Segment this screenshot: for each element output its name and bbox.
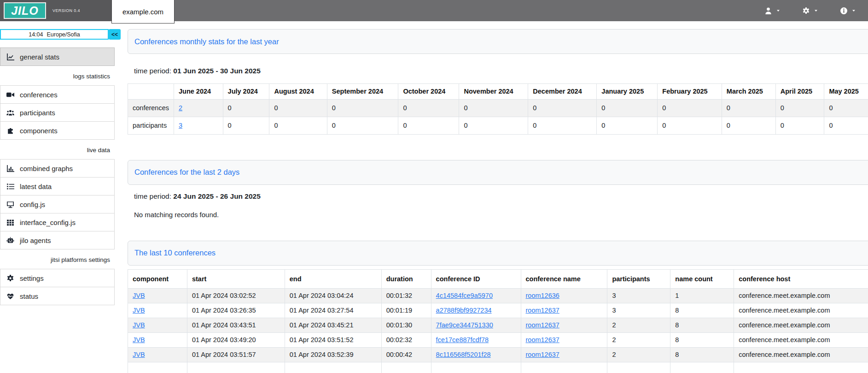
stat-link[interactable]: 2 [179, 104, 182, 112]
conference-link[interactable]: JVB [133, 336, 145, 343]
table-header-row: June 2024July 2024August 2024September 2… [128, 84, 868, 100]
sidebar-item-latest-data[interactable]: latest data [0, 177, 115, 195]
robot-icon [6, 237, 15, 244]
conference-link[interactable]: JVB [133, 321, 145, 329]
sidebar-menu: general statslogs statisticsconferencesp… [0, 47, 121, 305]
sidebar-item-label: components [20, 127, 58, 135]
conference-cell-duration: 00:01:19 [381, 303, 431, 318]
conference-link[interactable]: 8c116568f5201f28 [436, 351, 491, 358]
conference-cell-end: 01 Apr 2024 03:45:21 [285, 318, 381, 333]
stat-cell: 0 [269, 99, 327, 117]
conference-cell-empty [431, 362, 521, 373]
conference-link[interactable]: 4c14584fce9a5970 [436, 292, 493, 299]
stat-cell: 0 [658, 117, 722, 134]
info-menu-button[interactable] [840, 7, 856, 15]
month-column-header: June 2024 [174, 84, 223, 100]
settings-menu-button[interactable] [802, 7, 818, 15]
time-period-label: time period: [134, 67, 171, 75]
column-header-end: end [285, 269, 381, 289]
user-icon [764, 7, 772, 15]
conference-cell-name-count: 8 [670, 303, 734, 318]
conference-cell-conference-id: a2788f9bf9927234 [431, 303, 521, 318]
stat-cell: 0 [824, 117, 868, 134]
sidebar-item-label: general stats [20, 53, 59, 61]
conference-cell-duration: 00:01:32 [381, 289, 431, 303]
stat-cell: 0 [824, 99, 868, 117]
sidebar-item-conferences[interactable]: conferences [0, 85, 115, 104]
conference-cell-component: JVB [128, 318, 187, 333]
no-records-message: No matching records found. [134, 211, 868, 219]
conference-link[interactable]: room12637 [526, 336, 559, 343]
conference-link[interactable]: room12636 [526, 292, 559, 299]
month-column-header: February 2025 [658, 84, 722, 100]
sidebar-item-jilo-agents[interactable]: jilo agents [0, 231, 115, 249]
conference-cell-empty [285, 362, 381, 373]
sidebar-item-label: latest data [20, 183, 52, 190]
sidebar-item-general-stats[interactable]: general stats [0, 47, 115, 66]
stat-cell: 0 [722, 99, 775, 117]
stat-link[interactable]: 3 [179, 122, 182, 129]
conference-cell-participants: 2 [607, 332, 670, 347]
conference-cell-conference-host: conference.meet.example.com [734, 347, 868, 362]
conference-cell-conference-id: 7fae9ce344751330 [431, 318, 521, 333]
sidebar-section-jitsi-platforms-settings: jitsi platforms settings [0, 256, 115, 263]
conference-row: JVB01 Apr 2024 03:43:5101 Apr 2024 03:45… [128, 318, 868, 333]
sidebar-menu-group: general stats [0, 47, 115, 66]
conference-link[interactable]: room12637 [526, 307, 559, 314]
sidebar-collapse-button[interactable]: << [109, 29, 121, 40]
conference-link[interactable]: JVB [133, 351, 145, 358]
conference-link[interactable]: room12637 [526, 321, 559, 329]
conference-row: JVB01 Apr 2024 03:49:2001 Apr 2024 03:51… [128, 332, 868, 347]
sidebar-item-combined-graphs[interactable]: combined graphs [0, 159, 115, 178]
row-label: participants [128, 117, 174, 134]
conference-link[interactable]: JVB [133, 292, 145, 299]
sidebar-item-participants[interactable]: participants [0, 103, 115, 122]
stat-cell: 0 [398, 117, 459, 134]
conference-cell-conference-id: 4c14584fce9a5970 [431, 289, 521, 303]
sidebar-item-config-js[interactable]: config.js [0, 195, 115, 213]
month-column-header: October 2024 [398, 84, 459, 100]
sidebar-section-logs-statistics: logs statistics [0, 73, 115, 80]
conference-link[interactable]: JVB [133, 307, 145, 314]
conference-cell-conference-name: room12637 [521, 303, 607, 318]
user-menu-button[interactable] [764, 7, 781, 15]
sidebar-section-live-data: live data [0, 147, 115, 154]
table-row-participants: participants3000000000000 [128, 117, 868, 134]
conference-cell-duration: 00:02:32 [381, 332, 431, 347]
sidebar-menu-group: settingsstatus [0, 269, 115, 305]
info-icon [840, 7, 848, 15]
conference-cell-conference-name: room12637 [521, 347, 607, 362]
stat-cell: 0 [528, 99, 597, 117]
conference-cell-empty [607, 362, 670, 373]
sidebar-item-interface-config-js[interactable]: interface_config.js [0, 213, 115, 231]
month-column-header: November 2024 [459, 84, 528, 100]
last-2-days-title: Conferences for the last 2 days [134, 168, 239, 177]
conference-cell-start: 01 Apr 2024 03:02:52 [187, 289, 285, 303]
caret-down-icon [814, 8, 818, 13]
last-conferences-table: componentstartenddurationconference IDco… [128, 269, 868, 373]
stat-cell: 0 [327, 99, 398, 117]
conference-cell-conference-host: conference.meet.example.com [734, 332, 868, 347]
main-content: Conferences monthly stats for the last y… [128, 21, 868, 373]
conference-link[interactable]: a2788f9bf9927234 [436, 307, 492, 314]
caret-down-icon [851, 8, 856, 13]
month-column-header: May 2025 [824, 84, 868, 100]
card-monthly-stats: Conferences monthly stats for the last y… [128, 29, 868, 54]
last-10-conferences-title: The last 10 conferences [134, 249, 216, 257]
sidebar-item-label: interface_config.js [20, 219, 76, 226]
tab-example-com[interactable]: example.com [111, 0, 175, 24]
conference-link[interactable]: 7fae9ce344751330 [436, 321, 493, 329]
clock-timezone: Europe/Sofia [47, 31, 80, 38]
column-header-conference-host: conference host [734, 269, 868, 289]
conference-cell-empty [521, 362, 607, 373]
sidebar-item-settings[interactable]: settings [0, 269, 115, 287]
sidebar-item-label: participants [20, 109, 55, 117]
sidebar-item-components[interactable]: components [0, 121, 115, 140]
column-header-duration: duration [381, 269, 431, 289]
table-row-conferences: conferences2000000000000 [128, 99, 868, 117]
sidebar-item-status[interactable]: status [0, 287, 115, 305]
conference-link[interactable]: fce17ce887fcdf78 [436, 336, 489, 343]
conference-link[interactable]: room12637 [526, 351, 559, 358]
conference-cell-empty [187, 362, 285, 373]
stat-cell: 0 [223, 99, 269, 117]
